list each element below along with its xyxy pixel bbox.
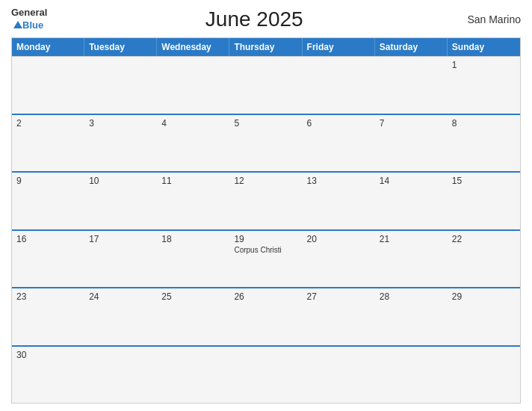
logo-general-text: General <box>11 7 47 18</box>
header-wednesday: Wednesday <box>157 38 229 56</box>
logo: General Blue <box>11 7 47 31</box>
header-saturday: Saturday <box>375 38 448 56</box>
header-sunday: Sunday <box>448 38 520 56</box>
calendar-day: 15 <box>448 173 520 229</box>
calendar-day: 29 <box>448 288 520 344</box>
calendar-day: 19Corpus Christi <box>229 231 302 287</box>
day-number: 23 <box>16 291 80 302</box>
calendar-day: 16 <box>12 231 84 287</box>
day-number: 8 <box>452 118 516 129</box>
calendar-day: 9 <box>12 173 84 229</box>
calendar-day: 22 <box>448 231 520 287</box>
day-number: 13 <box>307 176 371 186</box>
logo-triangle-icon <box>13 21 22 28</box>
day-number: 22 <box>452 234 516 244</box>
calendar-day: 26 <box>229 288 302 344</box>
day-event: Corpus Christi <box>234 246 297 254</box>
calendar-day <box>375 347 448 403</box>
day-number: 4 <box>161 118 225 129</box>
calendar-day <box>303 57 375 113</box>
calendar-day: 8 <box>448 115 520 171</box>
day-number: 20 <box>307 234 371 244</box>
day-number: 19 <box>234 234 297 244</box>
calendar-day <box>375 57 448 113</box>
calendar-day <box>12 57 84 113</box>
calendar-week-5: 23242526272829 <box>12 287 520 344</box>
header-monday: Monday <box>12 38 84 56</box>
calendar-week-4: 16171819Corpus Christi202122 <box>12 229 520 287</box>
calendar-day: 7 <box>375 115 448 171</box>
calendar-day: 27 <box>303 288 375 344</box>
day-number: 12 <box>234 176 297 186</box>
day-number: 9 <box>16 176 80 186</box>
header-friday: Friday <box>303 38 375 56</box>
calendar-day: 21 <box>375 231 448 287</box>
day-number: 15 <box>452 176 516 186</box>
calendar-day: 4 <box>157 115 229 171</box>
day-number: 17 <box>89 234 152 244</box>
calendar-day: 1 <box>448 57 520 113</box>
calendar-header-row: Monday Tuesday Wednesday Thursday Friday… <box>12 38 520 56</box>
header-thursday: Thursday <box>229 38 302 56</box>
day-number: 30 <box>16 350 80 360</box>
calendar-day: 18 <box>157 231 229 287</box>
calendar-day <box>84 347 157 403</box>
day-number: 16 <box>16 234 80 244</box>
logo-blue-text: Blue <box>11 18 43 31</box>
calendar-day: 11 <box>157 173 229 229</box>
day-number: 7 <box>380 118 443 129</box>
calendar-day: 12 <box>229 173 302 229</box>
calendar-body: 12345678910111213141516171819Corpus Chri… <box>12 56 520 403</box>
day-number: 25 <box>161 291 225 302</box>
calendar-day <box>229 57 302 113</box>
day-number: 2 <box>16 118 80 129</box>
calendar-day: 30 <box>12 347 84 403</box>
calendar-title: June 2025 <box>205 7 303 31</box>
day-number: 28 <box>380 291 443 302</box>
calendar-day: 14 <box>375 173 448 229</box>
day-number: 5 <box>234 118 297 129</box>
day-number: 21 <box>380 234 443 244</box>
calendar-day: 3 <box>84 115 157 171</box>
day-number: 3 <box>89 118 152 129</box>
day-number: 10 <box>89 176 152 186</box>
day-number: 29 <box>452 291 516 302</box>
calendar-day <box>84 57 157 113</box>
calendar-week-3: 9101112131415 <box>12 171 520 229</box>
calendar-day: 6 <box>303 115 375 171</box>
calendar-week-2: 2345678 <box>12 114 520 171</box>
day-number: 27 <box>307 291 371 302</box>
calendar-day: 10 <box>84 173 157 229</box>
day-number: 6 <box>307 118 371 129</box>
calendar-day: 23 <box>12 288 84 344</box>
calendar-day <box>303 347 375 403</box>
day-number: 14 <box>380 176 443 186</box>
calendar-day <box>157 347 229 403</box>
calendar-grid: Monday Tuesday Wednesday Thursday Friday… <box>11 37 521 404</box>
day-number: 26 <box>234 291 297 302</box>
page-header: General Blue June 2025 San Marino <box>11 7 521 31</box>
calendar-day: 17 <box>84 231 157 287</box>
calendar-week-6: 30 <box>12 345 520 403</box>
calendar-day <box>448 347 520 403</box>
calendar-day <box>157 57 229 113</box>
day-number: 24 <box>89 291 152 302</box>
header-tuesday: Tuesday <box>84 38 157 56</box>
calendar-day: 13 <box>303 173 375 229</box>
day-number: 1 <box>452 60 516 70</box>
calendar-day: 20 <box>303 231 375 287</box>
day-number: 11 <box>161 176 225 186</box>
calendar-day: 28 <box>375 288 448 344</box>
calendar-page: General Blue June 2025 San Marino Monday… <box>0 0 532 411</box>
calendar-day: 2 <box>12 115 84 171</box>
day-number: 18 <box>161 234 225 244</box>
calendar-day: 5 <box>229 115 302 171</box>
country-name: San Marino <box>461 13 521 25</box>
calendar-day: 24 <box>84 288 157 344</box>
calendar-week-1: 1 <box>12 56 520 113</box>
calendar-day <box>229 347 302 403</box>
calendar-day: 25 <box>157 288 229 344</box>
